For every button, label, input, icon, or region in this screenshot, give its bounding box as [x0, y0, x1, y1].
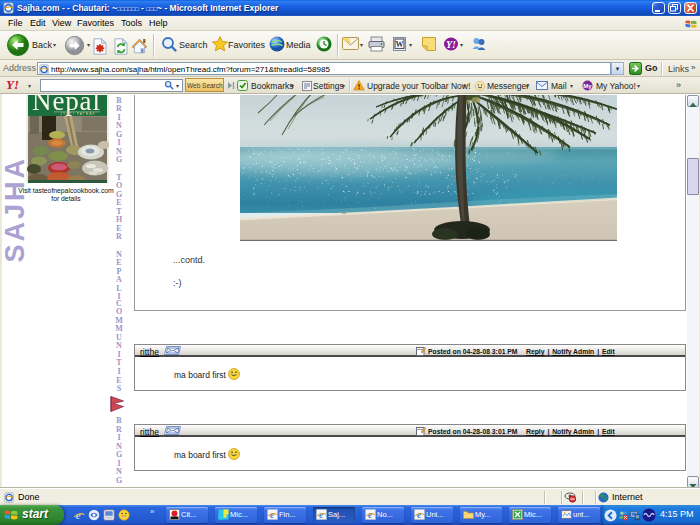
svg-text:W: W [396, 40, 404, 49]
svg-text:JYOTI PATHAK: JYOTI PATHAK [60, 112, 96, 116]
svg-text:Y!: Y! [446, 39, 456, 50]
svg-text:My: My [583, 83, 592, 89]
